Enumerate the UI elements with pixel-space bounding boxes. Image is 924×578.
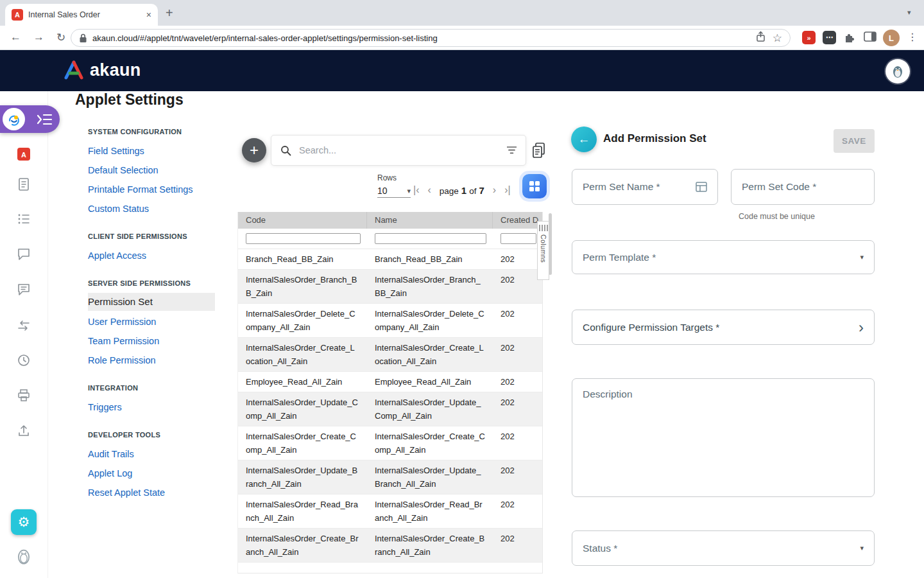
section-integration: INTEGRATION [88, 384, 224, 392]
current-page-number: 1 [461, 185, 466, 196]
sidebar-item-permission-set[interactable]: Permission Set [88, 293, 215, 311]
new-tab-button[interactable]: + [166, 6, 173, 21]
rows-per-page-select[interactable]: 10 ▾ [377, 184, 411, 198]
table-row[interactable]: InternalSalesOrder_Create_Location_All_Z… [238, 338, 542, 372]
chat-lines-icon[interactable] [16, 282, 31, 297]
sidebar-item-reset-applet-state[interactable]: Reset Applet State [88, 483, 224, 502]
penguin-footer-icon[interactable] [15, 547, 33, 565]
sidebar-item-applet-log[interactable]: Applet Log [88, 464, 224, 483]
receipt-icon[interactable] [16, 177, 31, 192]
perm-template-select[interactable]: Perm Template * ▾ [572, 240, 875, 274]
cell-created: 202 [493, 270, 543, 303]
last-page-button[interactable]: ›| [504, 184, 510, 196]
list-icon[interactable] [16, 211, 31, 227]
sidebar-item-applet-access[interactable]: Applet Access [88, 246, 224, 265]
first-page-button[interactable]: |‹ [413, 184, 419, 196]
browser-reload-button[interactable]: ↻ [56, 31, 65, 44]
browser-tab[interactable]: A Internal Sales Order × [5, 4, 158, 26]
cell-code: InternalSalesOrder_Create_Comp_All_Zain [238, 426, 367, 460]
pdf-icon[interactable]: A [16, 146, 31, 162]
browser-back-button[interactable]: ← [10, 31, 21, 44]
header-created[interactable]: Created D [493, 212, 543, 229]
user-avatar[interactable] [886, 59, 910, 83]
table-row[interactable]: InternalSalesOrder_Update_Branch_All_Zai… [238, 460, 542, 495]
grid-view-button[interactable] [522, 174, 547, 198]
printer-icon[interactable] [16, 388, 31, 403]
sidebar-item-default-selection[interactable]: Default Selection [88, 161, 224, 180]
tab-close-icon[interactable]: × [146, 10, 151, 20]
filter-name-input[interactable] [375, 233, 486, 244]
filter-icon[interactable] [507, 146, 517, 154]
configure-targets-button[interactable]: Configure Permission Targets * › [572, 310, 875, 345]
perm-template-label: Perm Template * [583, 252, 656, 263]
bookmark-star-icon[interactable]: ☆ [773, 31, 782, 45]
filter-code-input[interactable] [246, 233, 361, 244]
columns-drawer-tab[interactable]: Columns [537, 221, 549, 280]
browser-menu-icon[interactable]: ⋮ [907, 31, 918, 43]
tab-search-icon[interactable]: ▾ [907, 8, 911, 17]
prev-page-button[interactable]: ‹ [427, 184, 431, 196]
logo-text: akaun [90, 60, 141, 80]
cell-created: 202 [493, 426, 543, 460]
settings-gear-button[interactable]: ⚙ [11, 509, 37, 535]
configure-targets-label: Configure Permission Targets * [583, 322, 719, 333]
table-row[interactable]: InternalSalesOrder_Branch_BB_Zain Intern… [238, 270, 542, 304]
header-name[interactable]: Name [367, 212, 493, 229]
sidebar-item-user-permission[interactable]: User Permission [88, 312, 224, 331]
filter-created-input[interactable] [501, 233, 536, 244]
history-clock-icon[interactable] [16, 353, 31, 368]
table-row[interactable]: InternalSalesOrder_Delete_Company_All_Za… [238, 304, 542, 338]
share-icon[interactable] [755, 31, 766, 45]
sidebar-item-role-permission[interactable]: Role Permission [88, 351, 224, 370]
cell-code: Employee_Read_All_Zain [238, 372, 367, 392]
description-field[interactable]: Description [572, 378, 875, 497]
sidebar-item-field-settings[interactable]: Field Settings [88, 141, 224, 161]
table-row[interactable]: InternalSalesOrder_Create_Comp_All_Zain … [238, 426, 542, 460]
app-logo[interactable]: akaun [63, 60, 141, 80]
next-page-button[interactable]: › [493, 184, 496, 196]
sidebar-item-triggers[interactable]: Triggers [88, 398, 224, 417]
cell-code: Branch_Read_BB_Zain [238, 249, 367, 269]
extensions-puzzle-icon[interactable] [843, 31, 856, 46]
header-code[interactable]: Code [238, 212, 367, 229]
extension-dark-icon[interactable]: ⋯ [823, 31, 836, 44]
side-panel-icon[interactable] [864, 31, 877, 45]
icon-rail [0, 91, 48, 578]
sidebar-item-custom-status[interactable]: Custom Status [88, 199, 224, 218]
cell-name: InternalSalesOrder_Branch_BB_Zain [367, 270, 493, 303]
cell-name: InternalSalesOrder_Create_Location_All_Z… [367, 338, 493, 371]
code-helper-text: Code must be unique [739, 212, 815, 221]
cell-code: InternalSalesOrder_Delete_Company_All_Za… [238, 304, 367, 337]
search-input[interactable] [298, 144, 501, 156]
browser-forward-button[interactable]: → [33, 31, 44, 44]
address-bar[interactable]: akaun.cloud/#/applet/tnt/wavelet/erp/int… [71, 29, 791, 47]
table-row[interactable]: InternalSalesOrder_Read_Branch_All_Zain … [238, 495, 542, 529]
table-row[interactable]: InternalSalesOrder_Update_Comp_All_Zain … [238, 392, 542, 426]
status-select[interactable]: Status * ▾ [572, 530, 875, 566]
chat-icon[interactable] [16, 247, 31, 262]
cell-created: 202 [493, 529, 543, 562]
sidebar-item-audit-trails[interactable]: Audit Trails [88, 444, 224, 464]
back-button[interactable]: ← [571, 127, 597, 152]
perm-set-code-field[interactable]: Perm Set Code * [731, 169, 875, 205]
table-row[interactable]: Employee_Read_All_Zain Employee_Read_All… [238, 372, 542, 392]
swap-horizontal-icon[interactable] [16, 318, 31, 333]
save-button[interactable]: SAVE [834, 129, 875, 153]
extension-red-icon[interactable]: » [802, 31, 816, 44]
sidebar-item-team-permission[interactable]: Team Permission [88, 331, 224, 351]
cell-name: InternalSalesOrder_Update_Comp_All_Zain [367, 392, 493, 426]
section-developer-tools: DEVELOPER TOOLS [88, 431, 224, 439]
table-row[interactable]: Branch_Read_BB_Zain Branch_Read_BB_Zain … [238, 249, 542, 270]
browser-profile-avatar[interactable]: L [883, 30, 900, 46]
copy-view-icon[interactable] [531, 142, 547, 161]
collapse-menu-icon[interactable] [36, 112, 53, 129]
upload-icon[interactable] [16, 423, 31, 439]
sidebar-item-printable-format-settings[interactable]: Printable Format Settings [88, 180, 224, 199]
cell-created: 202 [493, 460, 543, 494]
table-row[interactable]: InternalSalesOrder_Create_Branch_All_Zai… [238, 529, 542, 563]
cell-created: 202 [493, 372, 543, 392]
total-pages-number: 7 [479, 185, 484, 196]
add-record-button[interactable]: + [242, 138, 266, 162]
perm-set-name-field[interactable]: Perm Set Name * [572, 169, 718, 205]
active-applet-pill[interactable] [0, 105, 60, 133]
